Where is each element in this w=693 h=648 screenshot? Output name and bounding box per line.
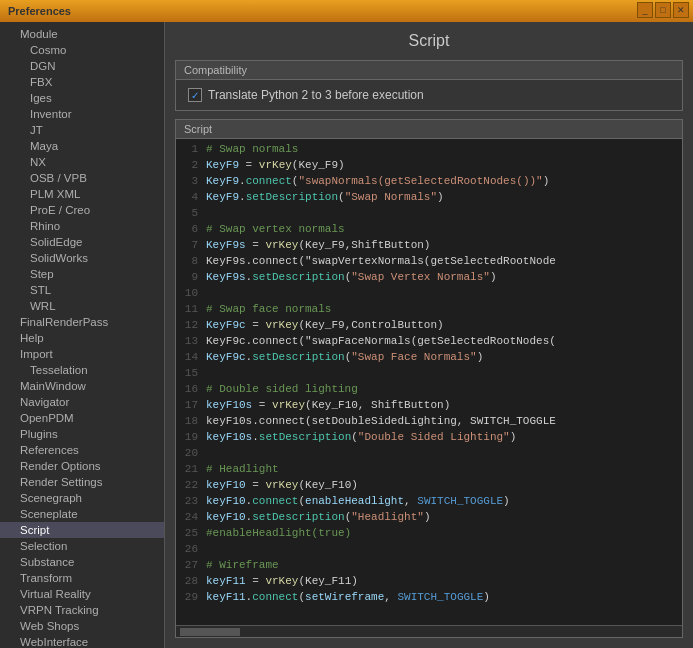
line-number-26: 26: [176, 543, 206, 559]
line-content-14: KeyF9c.setDescription("Swap Face Normals…: [206, 351, 682, 367]
sidebar-item-jt[interactable]: JT: [0, 122, 164, 138]
line-number-22: 22: [176, 479, 206, 495]
sidebar-item-render-options[interactable]: Render Options: [0, 458, 164, 474]
line-content-18: keyF10s.connect(setDoubleSidedLighting, …: [206, 415, 682, 431]
sidebar-item-finalrenderpass[interactable]: FinalRenderPass: [0, 314, 164, 330]
code-line-11: 11# Swap face normals: [176, 303, 682, 319]
sidebar-item-mainwindow[interactable]: MainWindow: [0, 378, 164, 394]
sidebar-item-import[interactable]: Import: [0, 346, 164, 362]
sidebar-item-wrl[interactable]: WRL: [0, 298, 164, 314]
sidebar-item-sceneplate[interactable]: Sceneplate: [0, 506, 164, 522]
sidebar-item-cosmo[interactable]: Cosmo: [0, 42, 164, 58]
sidebar-item-iges[interactable]: Iges: [0, 90, 164, 106]
compatibility-header: Compatibility: [176, 61, 682, 80]
sidebar-item-module[interactable]: Module: [0, 26, 164, 42]
sidebar-item-navigator[interactable]: Navigator: [0, 394, 164, 410]
line-number-15: 15: [176, 367, 206, 383]
sidebar-item-virtual-reality[interactable]: Virtual Reality: [0, 586, 164, 602]
code-line-26: 26: [176, 543, 682, 559]
line-content-9: KeyF9s.setDescription("Swap Vertex Norma…: [206, 271, 682, 287]
line-content-26: [206, 543, 682, 559]
line-number-2: 2: [176, 159, 206, 175]
code-line-14: 14KeyF9c.setDescription("Swap Face Norma…: [176, 351, 682, 367]
line-number-5: 5: [176, 207, 206, 223]
code-line-7: 7KeyF9s = vrKey(Key_F9,ShiftButton): [176, 239, 682, 255]
minimize-button[interactable]: _: [637, 2, 653, 18]
code-line-4: 4KeyF9.setDescription("Swap Normals"): [176, 191, 682, 207]
line-content-22: keyF10 = vrKey(Key_F10): [206, 479, 682, 495]
sidebar-item-step[interactable]: Step: [0, 266, 164, 282]
sidebar-item-nx[interactable]: NX: [0, 154, 164, 170]
line-number-3: 3: [176, 175, 206, 191]
line-content-7: KeyF9s = vrKey(Key_F9,ShiftButton): [206, 239, 682, 255]
sidebar-item-scenegraph[interactable]: Scenegraph: [0, 490, 164, 506]
title-bar: Preferences _ □ ✕: [0, 0, 693, 22]
sidebar-item-openpdm[interactable]: OpenPDM: [0, 410, 164, 426]
horizontal-scrollbar[interactable]: [176, 625, 682, 637]
line-content-15: [206, 367, 682, 383]
line-content-21: # Headlight: [206, 463, 682, 479]
code-line-3: 3KeyF9.connect("swapNormals(getSelectedR…: [176, 175, 682, 191]
sidebar-item-plugins[interactable]: Plugins: [0, 426, 164, 442]
line-content-5: [206, 207, 682, 223]
main-layout: ModuleCosmoDGNFBXIgesInventorJTMayaNXOSB…: [0, 22, 693, 648]
code-line-13: 13KeyF9c.connect("swapFaceNormals(getSel…: [176, 335, 682, 351]
line-content-28: keyF11 = vrKey(Key_F11): [206, 575, 682, 591]
sidebar-item-references[interactable]: References: [0, 442, 164, 458]
translate-checkbox[interactable]: ✓: [188, 88, 202, 102]
sidebar-item-selection[interactable]: Selection: [0, 538, 164, 554]
line-number-14: 14: [176, 351, 206, 367]
sidebar-item-tesselation[interactable]: Tesselation: [0, 362, 164, 378]
sidebar-item-rhino[interactable]: Rhino: [0, 218, 164, 234]
line-number-11: 11: [176, 303, 206, 319]
code-line-1: 1# Swap normals: [176, 143, 682, 159]
code-line-15: 15: [176, 367, 682, 383]
sidebar-item-inventor[interactable]: Inventor: [0, 106, 164, 122]
sidebar-item-help[interactable]: Help: [0, 330, 164, 346]
line-content-6: # Swap vertex normals: [206, 223, 682, 239]
code-line-12: 12KeyF9c = vrKey(Key_F9,ControlButton): [176, 319, 682, 335]
line-number-13: 13: [176, 335, 206, 351]
sidebar-item-transform[interactable]: Transform: [0, 570, 164, 586]
sidebar-item-stl[interactable]: STL: [0, 282, 164, 298]
sidebar-item-dgn[interactable]: DGN: [0, 58, 164, 74]
sidebar-item-plm-xml[interactable]: PLM XML: [0, 186, 164, 202]
line-number-24: 24: [176, 511, 206, 527]
line-content-1: # Swap normals: [206, 143, 682, 159]
page-title: Script: [175, 32, 683, 50]
line-number-9: 9: [176, 271, 206, 287]
script-header: Script: [176, 120, 682, 139]
sidebar-item-vrpn-tracking[interactable]: VRPN Tracking: [0, 602, 164, 618]
line-number-23: 23: [176, 495, 206, 511]
sidebar-item-render-settings[interactable]: Render Settings: [0, 474, 164, 490]
line-content-19: keyF10s.setDescription("Double Sided Lig…: [206, 431, 682, 447]
close-button[interactable]: ✕: [673, 2, 689, 18]
sidebar-item-proe-/-creo[interactable]: ProE / Creo: [0, 202, 164, 218]
code-line-2: 2KeyF9 = vrKey(Key_F9): [176, 159, 682, 175]
maximize-button[interactable]: □: [655, 2, 671, 18]
sidebar-item-maya[interactable]: Maya: [0, 138, 164, 154]
code-line-25: 25#enableHeadlight(true): [176, 527, 682, 543]
compatibility-section: Compatibility ✓ Translate Python 2 to 3 …: [175, 60, 683, 111]
scrollbar-thumb[interactable]: [180, 628, 240, 636]
code-line-6: 6# Swap vertex normals: [176, 223, 682, 239]
line-content-17: keyF10s = vrKey(Key_F10, ShiftButton): [206, 399, 682, 415]
line-content-10: [206, 287, 682, 303]
sidebar-item-osb-/-vpb[interactable]: OSB / VPB: [0, 170, 164, 186]
line-number-7: 7: [176, 239, 206, 255]
sidebar-item-solidworks[interactable]: SolidWorks: [0, 250, 164, 266]
code-line-5: 5: [176, 207, 682, 223]
code-line-20: 20: [176, 447, 682, 463]
script-body[interactable]: 1# Swap normals2KeyF9 = vrKey(Key_F9)3Ke…: [176, 139, 682, 625]
sidebar-item-substance[interactable]: Substance: [0, 554, 164, 570]
sidebar-item-solidedge[interactable]: SolidEdge: [0, 234, 164, 250]
code-line-8: 8KeyF9s.connect("swapVertexNormals(getSe…: [176, 255, 682, 271]
sidebar-item-web-shops[interactable]: Web Shops: [0, 618, 164, 634]
code-line-28: 28keyF11 = vrKey(Key_F11): [176, 575, 682, 591]
sidebar-item-fbx[interactable]: FBX: [0, 74, 164, 90]
line-number-4: 4: [176, 191, 206, 207]
title-bar-text: Preferences: [8, 5, 71, 17]
sidebar-item-webinterface[interactable]: WebInterface: [0, 634, 164, 648]
line-number-6: 6: [176, 223, 206, 239]
sidebar-item-script[interactable]: Script: [0, 522, 164, 538]
